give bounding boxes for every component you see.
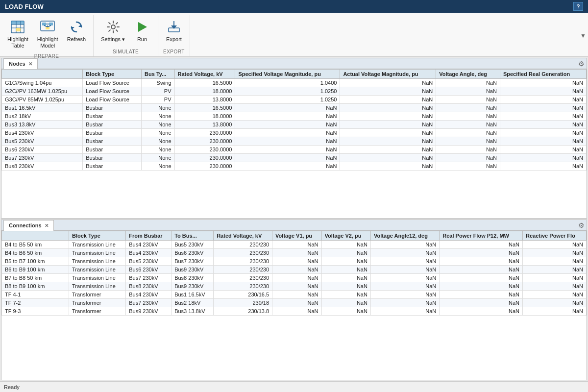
connections-panel: Connections ✕ ⚙ Block TypeFrom BusbarTo … [1, 220, 587, 380]
settings-button[interactable]: Settings ▾ [98, 17, 128, 45]
toolbar-group-prepare: HighlightTable HighlightModel [0, 15, 94, 56]
table-row[interactable]: B8 to B9 100 kmTransmission LineBus8 230… [2, 282, 587, 291]
nodes-table-container[interactable]: Block TypeBus Ty...Rated Voltage, kVSpec… [1, 69, 587, 218]
table-cell: Busbar [83, 137, 142, 146]
table-cell: Bus4 230kV [126, 249, 172, 257]
table-cell: NaN [272, 274, 321, 282]
table-cell: Swing [142, 79, 174, 87]
table-cell: PV [142, 87, 174, 96]
table-row[interactable]: B4 to B5 50 kmTransmission LineBus4 230k… [2, 241, 587, 249]
table-cell: NaN [522, 241, 586, 249]
table-cell: NaN [500, 129, 586, 137]
table-row[interactable]: G2C//PV 163MW 1.025puLoad Flow SourcePV1… [2, 87, 587, 96]
table-cell: Bus5 230kV [172, 241, 214, 249]
table-cell: NaN [321, 274, 370, 282]
status-text: Ready [4, 384, 20, 390]
table-cell: Busbar [83, 162, 142, 171]
table-cell: B8 to B9 100 km [2, 282, 69, 291]
table-cell: NaN [235, 154, 340, 162]
table-cell: None [142, 154, 174, 162]
table-cell: TF 7-2 [2, 299, 69, 307]
table-row[interactable]: B6 to B9 100 kmTransmission LineBus6 230… [2, 266, 587, 274]
table-row[interactable]: TF 7-2TransformerBus7 230kVBus2 18kV230/… [2, 299, 587, 307]
highlight-table-button[interactable]: HighlightTable [4, 17, 32, 51]
highlight-model-button[interactable]: HighlightModel [34, 17, 62, 51]
table-cell: Bus7 230kV [126, 274, 172, 282]
table-cell: NaN [500, 146, 586, 154]
export-button[interactable]: Export [162, 17, 186, 45]
table-cell: NaN [436, 154, 500, 162]
table-cell: Busbar [83, 104, 142, 112]
table-cell: Transformer [69, 307, 125, 316]
table-cell: Transformer [69, 291, 125, 299]
connections-table-container[interactable]: Block TypeFrom BusbarTo Bus...Rated Volt… [1, 231, 587, 380]
svg-rect-9 [49, 23, 53, 25]
nodes-panel-settings[interactable]: ⚙ [578, 60, 585, 68]
svg-marker-18 [138, 22, 147, 32]
table-cell: PV [142, 96, 174, 104]
svg-line-14 [48, 25, 51, 27]
table-row[interactable]: TF 4-1TransformerBus4 230kVBus1 16.5kV23… [2, 291, 587, 299]
table-row[interactable]: G1C//Swing 1.04puLoad Flow SourceSwing16… [2, 79, 587, 87]
table-cell: NaN [522, 249, 586, 257]
svg-point-17 [111, 25, 115, 29]
table-cell: B7 to B8 50 km [2, 274, 69, 282]
table-cell: NaN [436, 112, 500, 121]
table-row[interactable]: B5 to B7 100 kmTransmission LineBus5 230… [2, 257, 587, 266]
export-label: Export [166, 36, 182, 43]
table-cell: None [142, 112, 174, 121]
table-cell: G2C//PV 163MW 1.025pu [2, 87, 83, 96]
table-row[interactable]: B4 to B6 50 kmTransmission LineBus4 230k… [2, 249, 587, 257]
table-row[interactable]: Bus6 230kVBusbarNone230.0000NaNNaNNaNNaN [2, 146, 587, 154]
connections-col-header: Reactive Power Flo [522, 231, 586, 241]
connections-col-header: Voltage V2, pu [321, 231, 370, 241]
table-row[interactable]: TF 9-3TransformerBus9 230kVBus3 13.8kV23… [2, 307, 587, 316]
svg-rect-10 [46, 27, 49, 29]
table-row[interactable]: Bus3 13.8kVBusbarNone13.8000NaNNaNNaNNaN [2, 121, 587, 129]
table-cell: NaN [272, 266, 321, 274]
table-cell: Bus8 230kV [2, 162, 83, 171]
table-cell: NaN [440, 282, 523, 291]
connections-tab[interactable]: Connections ✕ [3, 220, 54, 231]
nodes-tab[interactable]: Nodes ✕ [3, 58, 38, 69]
connections-tab-close[interactable]: ✕ [45, 223, 49, 228]
table-cell: NaN [370, 299, 439, 307]
table-cell: B4 to B5 50 km [2, 241, 69, 249]
table-row[interactable]: B7 to B8 50 kmTransmission LineBus7 230k… [2, 274, 587, 282]
table-cell: 18.0000 [174, 87, 235, 96]
table-row[interactable]: Bus8 230kVBusbarNone230.0000NaNNaNNaNNaN [2, 162, 587, 171]
table-cell: Bus6 230kV [2, 146, 83, 154]
table-row[interactable]: Bus2 18kVBusbarNone18.0000NaNNaNNaNNaN [2, 112, 587, 121]
table-cell: NaN [340, 137, 436, 146]
table-cell: NaN [522, 266, 586, 274]
table-cell: 230/230 [214, 257, 272, 266]
table-cell: NaN [340, 129, 436, 137]
table-row[interactable]: Bus1 16.5kVBusbarNone16.5000NaNNaNNaNNaN [2, 104, 587, 112]
nodes-panel: Nodes ✕ ⚙ Block TypeBus Ty...Rated Volta… [1, 58, 587, 219]
table-row[interactable]: G3C//PV 85MW 1.025puLoad Flow SourcePV13… [2, 96, 587, 104]
connections-col-header [2, 231, 69, 241]
svg-marker-21 [171, 25, 177, 29]
table-cell: NaN [522, 257, 586, 266]
table-cell: Bus3 13.8kV [2, 121, 83, 129]
nodes-col-header: Actual Voltage Magnitude, pu [340, 70, 436, 79]
table-cell: NaN [370, 291, 439, 299]
nodes-tab-close[interactable]: ✕ [28, 61, 32, 67]
table-cell: NaN [440, 307, 523, 316]
connections-panel-settings[interactable]: ⚙ [578, 221, 585, 229]
table-cell: B5 to B7 100 km [2, 257, 69, 266]
table-cell: G3C//PV 85MW 1.025pu [2, 96, 83, 104]
table-cell: 230/13.8 [214, 307, 272, 316]
table-row[interactable]: Bus4 230kVBusbarNone230.0000NaNNaNNaNNaN [2, 129, 587, 137]
table-cell: NaN [340, 146, 436, 154]
table-row[interactable]: Bus5 230kVBusbarNone230.0000NaNNaNNaNNaN [2, 137, 587, 146]
table-cell: NaN [436, 137, 500, 146]
title-bar: LOAD FLOW ? [0, 0, 588, 13]
table-cell: G1C//Swing 1.04pu [2, 79, 83, 87]
table-cell: NaN [370, 257, 439, 266]
table-cell: NaN [272, 307, 321, 316]
table-row[interactable]: Bus7 230kVBusbarNone230.0000NaNNaNNaNNaN [2, 154, 587, 162]
help-button[interactable]: ? [573, 2, 583, 11]
run-button[interactable]: Run [130, 17, 154, 45]
refresh-button[interactable]: Refresh [64, 17, 90, 45]
